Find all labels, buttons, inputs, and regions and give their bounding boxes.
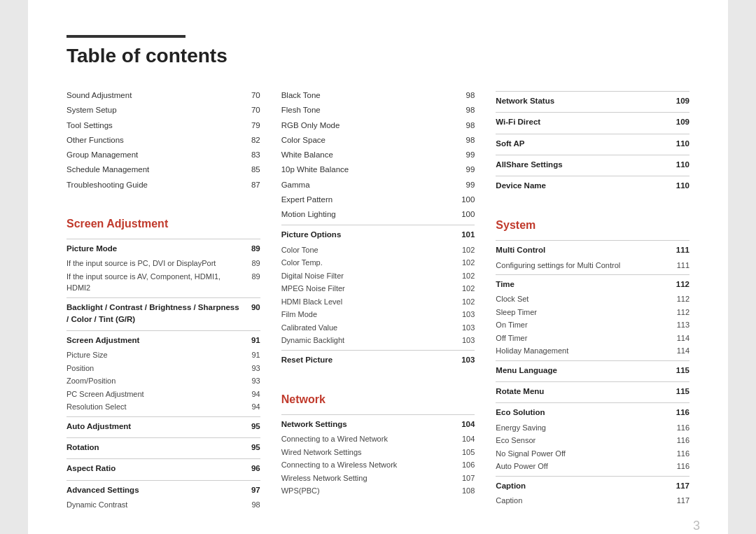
item-page: 79 (239, 120, 260, 132)
bold-item: Device Name110 (496, 176, 690, 194)
item-label: Schedule Management (66, 164, 239, 176)
item-page: 101 (454, 229, 475, 241)
bold-item: Network Status109 (496, 91, 690, 109)
col3-network-items: Network Status109Wi-Fi Direct109Soft AP1… (496, 91, 690, 194)
column-2: Black Tone98Flesh Tone98RGB Only Mode98C… (281, 88, 496, 511)
item-label: Energy Saving (496, 422, 668, 434)
item-page: 108 (454, 485, 475, 497)
plain-item: Troubleshooting Guide87 (66, 178, 260, 192)
screen-adjustment-items: Picture Mode89If the input source is PC,… (66, 239, 260, 512)
item-page: 116 (668, 448, 690, 460)
plain-item: Other Functions82 (66, 133, 260, 148)
item-label: Eco Solution (496, 407, 668, 419)
sub-item: Dynamic Backlight103 (281, 334, 475, 347)
sub-item: Wireless Network Setting107 (281, 472, 475, 485)
plain-item: Black Tone98 (281, 88, 475, 103)
title-bar (66, 35, 186, 38)
sub-item: Energy Saving116 (496, 421, 690, 435)
bold-item: Picture Options101 (281, 225, 475, 243)
item-label: Wi-Fi Direct (496, 116, 668, 128)
sub-item: If the input source is PC, DVI or Displa… (66, 257, 260, 270)
item-label: Picture Size (66, 349, 239, 361)
sub-item: Color Tone102 (281, 244, 475, 257)
item-label: On Timer (496, 319, 668, 331)
bold-item: Caption117 (496, 476, 690, 494)
bold-item: Network Settings104 (281, 414, 475, 433)
sub-item: Zoom/Position93 (66, 374, 260, 388)
item-label: Wired Network Settings (281, 447, 454, 458)
item-label: Sound Adjustment (66, 90, 239, 101)
bold-item: Rotate Menu115 (496, 381, 690, 400)
bold-item: Picture Mode89 (66, 239, 260, 257)
item-page: 110 (668, 159, 690, 171)
bold-item: Rotation95 (66, 437, 260, 456)
item-page: 89 (239, 243, 260, 255)
item-page: 110 (668, 180, 690, 192)
item-page: 104 (454, 433, 475, 445)
item-label: Wireless Network Setting (281, 472, 454, 484)
item-label: Color Space (281, 134, 454, 146)
item-page: 99 (454, 179, 475, 191)
item-page: 91 (239, 349, 260, 361)
plain-item: 10p White Balance99 (281, 162, 475, 177)
item-page: 82 (239, 134, 260, 146)
sub-item: Sleep Timer112 (496, 306, 690, 319)
item-label: Rotate Menu (496, 386, 668, 398)
item-page: 98 (239, 499, 260, 511)
item-label: Motion Lighting (281, 209, 454, 220)
bold-item: Backlight / Contrast / Brightness / Shar… (66, 297, 260, 328)
sub-item: PC Screen Adjustment94 (66, 388, 260, 401)
bold-item: Eco Solution116 (496, 402, 690, 421)
item-label: PC Screen Adjustment (66, 388, 239, 400)
screen-adjustment-heading: Screen Adjustment (66, 218, 260, 230)
sub-item: Caption117 (496, 494, 690, 507)
plain-item: Group Management83 (66, 148, 260, 162)
item-label: Digital Noise Filter (281, 270, 454, 282)
bold-item: Soft AP110 (496, 134, 690, 152)
item-label: Expert Pattern (281, 194, 454, 206)
item-label: Black Tone (281, 90, 454, 101)
item-label: WPS(PBC) (281, 485, 454, 497)
sub-item: On Timer113 (496, 318, 690, 332)
item-label: Picture Options (281, 229, 454, 241)
item-page: 116 (668, 407, 690, 419)
sub-item: Auto Power Off116 (496, 460, 690, 473)
sub-item: If the input source is AV, Component, HD… (66, 270, 260, 295)
item-page: 102 (454, 283, 475, 295)
item-label: Clock Set (496, 293, 668, 305)
item-label: White Balance (281, 149, 454, 161)
item-page: 111 (668, 260, 690, 272)
network-heading: Network (281, 393, 475, 406)
plain-item: Color Space98 (281, 133, 475, 148)
item-page: 109 (668, 95, 690, 107)
item-label: Configuring settings for Multi Control (496, 260, 668, 272)
plain-item: Gamma99 (281, 178, 475, 192)
item-label: Tool Settings (66, 120, 239, 132)
item-label: Network Settings (281, 419, 454, 430)
bold-item: Reset Picture103 (281, 350, 475, 368)
item-page: 102 (454, 257, 475, 269)
sub-item: WPS(PBC)108 (281, 484, 475, 498)
item-page: 114 (668, 345, 690, 357)
sub-item: Calibrated Value103 (281, 321, 475, 335)
item-page: 93 (239, 363, 260, 374)
item-page: 102 (454, 296, 475, 308)
item-label: Group Management (66, 149, 239, 161)
col2-network-items: Network Settings104Connecting to a Wired… (281, 414, 475, 498)
item-page: 93 (239, 375, 260, 387)
sub-item: MPEG Noise Filter102 (281, 282, 475, 295)
item-label: Other Functions (66, 134, 239, 146)
item-label: MPEG Noise Filter (281, 283, 454, 295)
item-label: No Signal Power Off (496, 448, 668, 460)
sub-item: Connecting to a Wired Network104 (281, 433, 475, 446)
item-label: Connecting to a Wireless Network (281, 459, 454, 471)
sub-item: Clock Set112 (496, 293, 690, 306)
bold-item: Advanced Settings97 (66, 480, 260, 498)
item-page: 97 (239, 484, 260, 496)
sub-item: Digital Noise Filter102 (281, 269, 475, 283)
item-label: Device Name (496, 180, 668, 192)
item-label: If the input source is AV, Component, HD… (66, 271, 239, 294)
item-label: Dynamic Backlight (281, 335, 454, 346)
item-page: 117 (668, 495, 690, 507)
item-label: Sleep Timer (496, 307, 668, 318)
